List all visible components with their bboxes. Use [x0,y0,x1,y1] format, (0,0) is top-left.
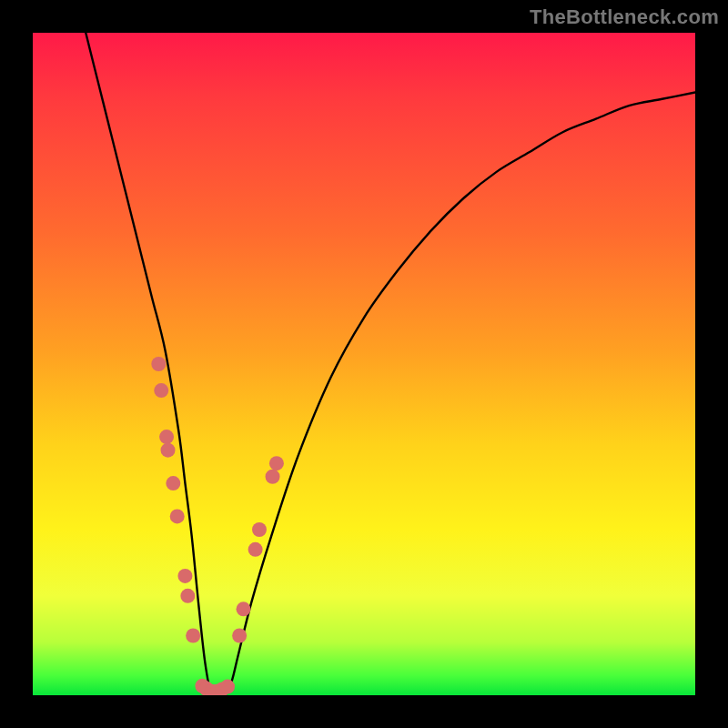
highlight-points [151,357,284,695]
highlight-point [159,430,174,444]
highlight-point [177,569,192,583]
watermark-text: TheBottleneck.com [530,5,719,29]
chart-overlay [33,33,695,695]
highlight-point [166,476,180,490]
highlight-point [170,509,185,523]
highlight-point [237,602,251,616]
plot-area [33,33,695,695]
highlight-point [154,383,168,398]
highlight-point [161,443,176,458]
highlight-point [252,522,267,537]
bottleneck-curve [86,33,695,695]
highlight-point [266,470,280,484]
highlight-point [248,542,263,557]
highlight-point [232,628,247,642]
highlight-point [220,680,235,694]
highlight-point [180,589,195,603]
highlight-point [269,456,284,470]
highlight-point [186,628,200,642]
highlight-point [151,357,166,371]
chart-frame: TheBottleneck.com [0,0,728,728]
